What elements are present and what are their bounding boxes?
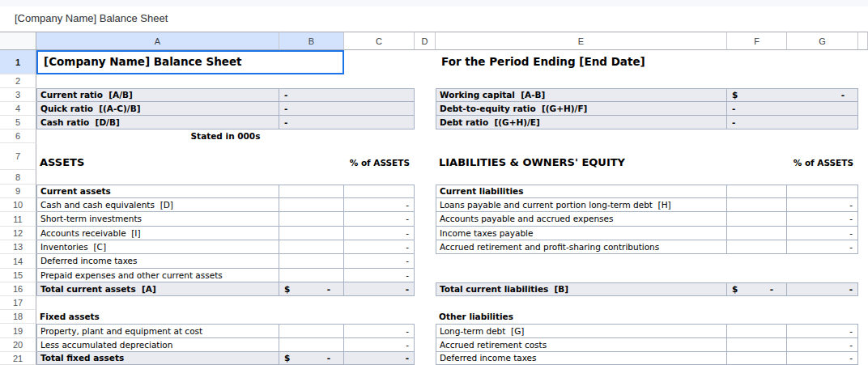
row-header-16[interactable]: 16 <box>0 282 36 296</box>
cell-income-taxes-payable-label[interactable]: Income taxes payable <box>436 227 727 240</box>
cell-current-ratio-label[interactable]: Current ratio [A/B] <box>36 88 279 102</box>
cell-empty[interactable] <box>344 185 415 198</box>
column-header-b[interactable]: B <box>279 32 344 50</box>
row-header-5[interactable]: 5 <box>0 116 36 129</box>
row-header-19[interactable]: 19 <box>0 324 36 338</box>
row-header-6[interactable]: 6 <box>0 129 36 143</box>
cell-empty[interactable] <box>727 324 787 338</box>
cell-empty[interactable] <box>279 198 344 212</box>
cell-period-ending-title[interactable]: For the Period Ending [End Date] <box>436 50 858 74</box>
cell-quick-ratio-value[interactable]: - <box>279 102 415 116</box>
cell-total-fixed-assets-pct[interactable]: - <box>344 352 415 365</box>
select-all-corner[interactable] <box>0 32 36 50</box>
cell-total-fixed-assets-label[interactable]: Total fixed assets <box>36 352 279 365</box>
row-header-3[interactable]: 3 <box>0 88 36 102</box>
cell-current-liabilities-title[interactable]: Current liabilities <box>436 185 727 198</box>
cell-fixed-assets-title[interactable]: Fixed assets <box>36 310 279 324</box>
cell-liabilities-pct-header[interactable]: % of ASSETS <box>727 143 858 170</box>
cell-accounts-payable-pct[interactable]: - <box>787 212 858 227</box>
cell-empty[interactable] <box>279 338 344 352</box>
row-header-15[interactable]: 15 <box>0 269 36 282</box>
cell-less-accumulated-depreciation-pct[interactable]: - <box>344 338 415 352</box>
cell-long-term-debt-label[interactable]: Long-term debt [G] <box>436 324 727 338</box>
row-header-17[interactable]: 17 <box>0 296 36 310</box>
cell-deferred-income-taxes-liab-label[interactable]: Deferred income taxes <box>436 352 727 365</box>
row-header-10[interactable]: 10 <box>0 198 36 212</box>
cell-total-fixed-assets-value[interactable]: $ - <box>279 352 344 365</box>
cell-other-liabilities-title[interactable]: Other liabilities <box>436 310 727 324</box>
cell-empty[interactable] <box>279 227 344 240</box>
cell-current-assets-title[interactable]: Current assets <box>36 185 279 198</box>
column-header-c[interactable]: C <box>344 32 415 50</box>
cell-empty[interactable] <box>279 240 344 254</box>
cell-total-current-assets-label[interactable]: Total current assets [A] <box>36 282 279 296</box>
column-header-a[interactable]: A <box>36 32 279 50</box>
row-header-20[interactable]: 20 <box>0 338 36 352</box>
cell-empty[interactable] <box>727 240 787 254</box>
cell-empty[interactable] <box>279 212 344 227</box>
cell-loans-payable-label[interactable]: Loans payable and current portion long-t… <box>436 198 727 212</box>
row-header-12[interactable]: 12 <box>0 227 36 240</box>
cell-working-capital-value[interactable]: $ - <box>727 88 858 102</box>
cell-assets-pct-header[interactable]: % of ASSETS <box>279 143 415 170</box>
cell-deferred-income-taxes-label[interactable]: Deferred income taxes <box>36 254 279 269</box>
cell-inventories-pct[interactable]: - <box>344 240 415 254</box>
row-header-8[interactable]: 8 <box>0 170 36 185</box>
cell-inventories-label[interactable]: Inventories [C] <box>36 240 279 254</box>
cell-accounts-receivable-pct[interactable]: - <box>344 227 415 240</box>
cell-cash-equivalents-label[interactable]: Cash and cash equivalents [D] <box>36 198 279 212</box>
row-header-14[interactable]: 14 <box>0 254 36 269</box>
cell-debt-ratio-label[interactable]: Debt ratio [(G+H)/E] <box>436 116 727 129</box>
cell-accounts-payable-label[interactable]: Accounts payable and accrued expenses <box>436 212 727 227</box>
column-header-f[interactable]: F <box>727 32 787 50</box>
cell-debt-ratio-value[interactable]: - <box>727 116 858 129</box>
cell-empty[interactable] <box>279 185 344 198</box>
cell-prepaid-expenses-pct[interactable]: - <box>344 269 415 282</box>
cell-prepaid-expenses-label[interactable]: Prepaid expenses and other current asset… <box>36 269 279 282</box>
cell-empty[interactable] <box>279 254 344 269</box>
cell-cash-ratio-label[interactable]: Cash ratio [D/B] <box>36 116 279 129</box>
cell-total-current-assets-value[interactable]: $ - <box>279 282 344 296</box>
cell-debt-to-equity-label[interactable]: Debt-to-equity ratio [(G+H)/F] <box>436 102 727 116</box>
cell-total-current-liabilities-pct[interactable]: - <box>787 282 858 296</box>
column-header-d[interactable]: D <box>415 32 436 50</box>
cell-total-current-assets-pct[interactable]: - <box>344 282 415 296</box>
cell-stated-in-000s[interactable]: Stated in 000s <box>36 129 415 143</box>
row-header-7[interactable]: 7 <box>0 143 36 170</box>
cell-accounts-receivable-label[interactable]: Accounts receivable [I] <box>36 227 279 240</box>
cell-empty[interactable] <box>727 352 787 365</box>
row-header-9[interactable]: 9 <box>0 185 36 198</box>
cell-working-capital-label[interactable]: Working capital [A-B] <box>436 88 727 102</box>
cell-empty[interactable] <box>727 185 787 198</box>
cell-total-current-liabilities-value[interactable]: $ - <box>727 282 787 296</box>
row-header-11[interactable]: 11 <box>0 212 36 227</box>
cell-empty[interactable] <box>727 212 787 227</box>
cell-cash-ratio-value[interactable]: - <box>279 116 415 129</box>
cell-loans-payable-pct[interactable]: - <box>787 198 858 212</box>
row-header-4[interactable]: 4 <box>0 102 36 116</box>
cell-accrued-retirement-costs-label[interactable]: Accrued retirement costs <box>436 338 727 352</box>
cell-deferred-income-taxes-liab-pct[interactable]: - <box>787 352 858 365</box>
cell-empty[interactable] <box>727 198 787 212</box>
row-header-13[interactable]: 13 <box>0 240 36 254</box>
row-header-1[interactable]: 1 <box>0 50 36 74</box>
cell-cash-equivalents-pct[interactable]: - <box>344 198 415 212</box>
cell-short-term-investments-pct[interactable]: - <box>344 212 415 227</box>
cell-ppe-at-cost-label[interactable]: Property, plant and equipment at cost <box>36 324 279 338</box>
cell-empty[interactable] <box>727 338 787 352</box>
cell-empty[interactable] <box>279 269 344 282</box>
cell-liabilities-header[interactable]: LIABILITIES & OWNERS' EQUITY <box>436 143 727 170</box>
cell-current-ratio-value[interactable]: - <box>279 88 415 102</box>
column-header-g[interactable]: G <box>787 32 858 50</box>
column-header-partial[interactable] <box>858 32 868 50</box>
cell-short-term-investments-label[interactable]: Short-term investments <box>36 212 279 227</box>
row-header-21[interactable]: 21 <box>0 352 36 365</box>
column-header-e[interactable]: E <box>436 32 727 50</box>
cell-empty[interactable] <box>727 227 787 240</box>
cell-long-term-debt-pct[interactable]: - <box>787 324 858 338</box>
cell-ppe-at-cost-pct[interactable]: - <box>344 324 415 338</box>
cell-less-accumulated-depreciation-label[interactable]: Less accumulated depreciation <box>36 338 279 352</box>
cell-empty[interactable] <box>279 324 344 338</box>
cell-accrued-retirement-costs-pct[interactable]: - <box>787 338 858 352</box>
cell-balance-sheet-title[interactable]: [Company Name] Balance Sheet <box>36 50 344 74</box>
